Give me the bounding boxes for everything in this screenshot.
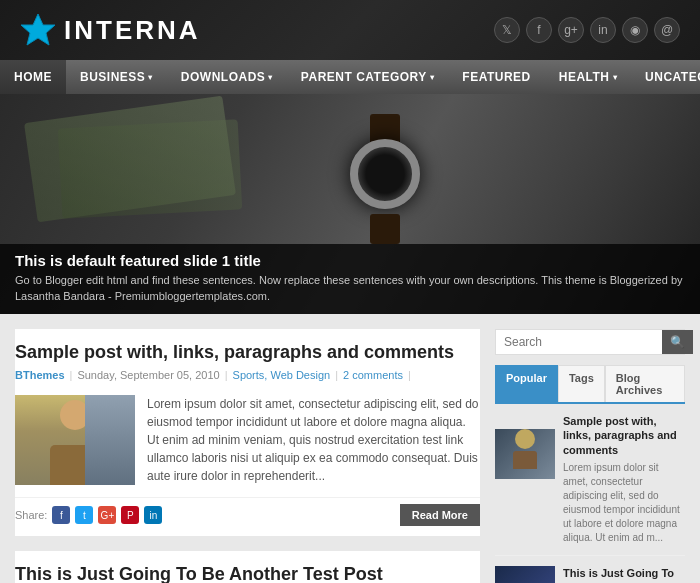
sidebar-post-1-excerpt: Lorem ipsum dolor sit amet, consectetur … [563, 461, 685, 545]
nav-health[interactable]: HEALTH▾ [545, 60, 631, 94]
nav-business[interactable]: BUSINESS▾ [66, 60, 167, 94]
search-input[interactable] [496, 330, 662, 354]
search-box: 🔍 [495, 329, 685, 355]
sidebar-post-1: Sample post with, links, paragraphs and … [495, 414, 685, 556]
share-pinterest-icon[interactable]: P [121, 506, 139, 524]
nav-arrow: ▾ [148, 73, 153, 82]
tab-popular[interactable]: Popular [495, 365, 558, 402]
post-1-author[interactable]: BThemes [15, 369, 65, 381]
share-area: Share: f t G+ P in [15, 506, 162, 524]
sidebar-post-2: This is Just Going To Be Another Test Po… [495, 566, 685, 583]
post-1-thumbnail [15, 395, 135, 485]
share-googleplus-icon[interactable]: G+ [98, 506, 116, 524]
post-1-date: Sunday, September 05, 2010 [77, 369, 219, 381]
main-nav: HOME BUSINESS▾ DOWNLOADS▾ PARENT CATEGOR… [0, 60, 700, 94]
svg-marker-0 [21, 14, 55, 45]
read-more-button[interactable]: Read More [400, 504, 480, 526]
share-linkedin-icon[interactable]: in [144, 506, 162, 524]
googleplus-icon[interactable]: g+ [558, 17, 584, 43]
main-content: Sample post with, links, paragraphs and … [0, 314, 700, 583]
nav-home[interactable]: HOME [0, 60, 66, 94]
post-1-header: Sample post with, links, paragraphs and … [15, 329, 480, 387]
tab-blog-archives[interactable]: Blog Archives [605, 365, 685, 402]
linkedin-icon[interactable]: in [590, 17, 616, 43]
content-area: Sample post with, links, paragraphs and … [15, 329, 480, 583]
email-icon[interactable]: @ [654, 17, 680, 43]
post-1-footer: Share: f t G+ P in Read More [15, 497, 480, 536]
nav-arrow: ▾ [613, 73, 618, 82]
tab-tags[interactable]: Tags [558, 365, 605, 402]
header: INTERNA 𝕏 f g+ in ◉ @ [0, 0, 700, 60]
facebook-icon[interactable]: f [526, 17, 552, 43]
post-1: Sample post with, links, paragraphs and … [15, 329, 480, 536]
sidebar-tabs: Popular Tags Blog Archives [495, 365, 685, 404]
post-2: This is Just Going To Be Another Test Po… [15, 551, 480, 583]
post-2-title[interactable]: This is Just Going To Be Another Test Po… [15, 563, 480, 583]
share-label: Share: [15, 509, 47, 521]
slider-caption: This is default featured slide 1 title G… [0, 244, 700, 314]
nav-arrow: ▾ [268, 73, 273, 82]
sidebar-post-2-title[interactable]: This is Just Going To Be Another Test Po… [563, 566, 685, 583]
sidebar: 🔍 Popular Tags Blog Archives Sample post… [495, 329, 685, 583]
rss-icon[interactable]: ◉ [622, 17, 648, 43]
sidebar-post-1-image [495, 429, 555, 479]
sidebar-post-1-text: Sample post with, links, paragraphs and … [563, 414, 685, 545]
post-1-image [15, 395, 135, 485]
social-icons-group: 𝕏 f g+ in ◉ @ [494, 17, 680, 43]
logo: INTERNA [20, 12, 201, 48]
sidebar-post-2-thumbnail [495, 566, 555, 583]
nav-downloads[interactable]: DOWNLOADS▾ [167, 60, 287, 94]
post-1-title[interactable]: Sample post with, links, paragraphs and … [15, 341, 480, 364]
nav-arrow: ▾ [430, 73, 435, 82]
logo-text: INTERNA [64, 15, 201, 46]
share-facebook-icon[interactable]: f [52, 506, 70, 524]
post-1-categories[interactable]: Sports, Web Design [233, 369, 331, 381]
slider-description: Go to Blogger edit html and find these s… [15, 273, 685, 304]
post-1-excerpt: Lorem ipsum dolor sit amet, consectetur … [147, 395, 480, 485]
post-1-meta: BThemes | Sunday, September 05, 2010 | S… [15, 369, 480, 381]
post-2-header: This is Just Going To Be Another Test Po… [15, 551, 480, 583]
nav-parent-category[interactable]: PARENT CATEGORY▾ [287, 60, 448, 94]
twitter-icon[interactable]: 𝕏 [494, 17, 520, 43]
star-icon [20, 12, 56, 48]
share-twitter-icon[interactable]: t [75, 506, 93, 524]
nav-uncategorized[interactable]: UNCATEGORIZED [631, 60, 700, 94]
featured-slider: This is default featured slide 1 title G… [0, 94, 700, 314]
search-button[interactable]: 🔍 [662, 330, 693, 354]
sidebar-post-1-thumbnail [495, 414, 555, 464]
sidebar-post-2-image [495, 566, 555, 583]
post-1-comments[interactable]: 2 comments [343, 369, 403, 381]
sidebar-post-2-text: This is Just Going To Be Another Test Po… [563, 566, 685, 583]
nav-featured[interactable]: FEATURED [448, 60, 544, 94]
slider-title: This is default featured slide 1 title [15, 252, 685, 269]
post-1-body: Lorem ipsum dolor sit amet, consectetur … [15, 387, 480, 493]
sidebar-post-1-title[interactable]: Sample post with, links, paragraphs and … [563, 414, 685, 457]
